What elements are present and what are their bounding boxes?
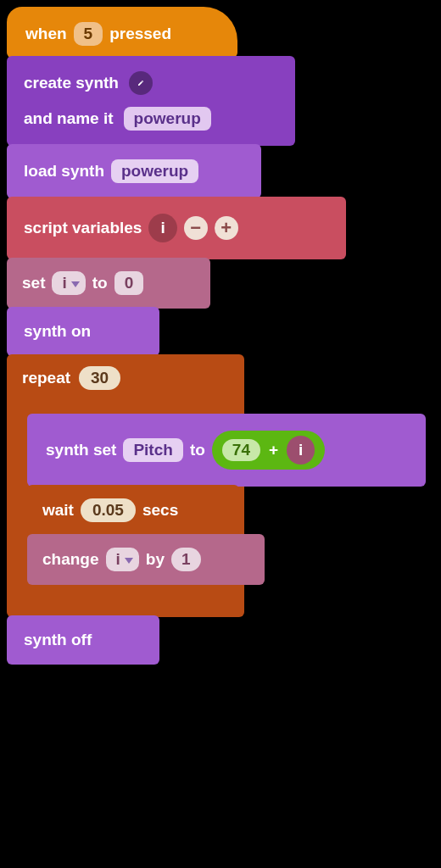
variable-reporter[interactable]: i xyxy=(287,436,315,465)
label: to xyxy=(92,274,108,292)
synth-on-block[interactable]: synth on xyxy=(7,307,159,356)
label: synth on xyxy=(24,322,91,341)
value-input[interactable]: 1 xyxy=(171,548,201,571)
remove-var-button[interactable]: − xyxy=(184,216,208,240)
change-var-block[interactable]: change i by 1 xyxy=(27,534,265,585)
variable-chip[interactable]: i xyxy=(148,214,176,242)
plus-operator[interactable]: 74 + i xyxy=(212,431,326,470)
add-var-button[interactable]: + xyxy=(215,216,238,240)
var-dropdown[interactable]: i xyxy=(52,271,85,295)
wait-block[interactable]: wait 0.05 secs xyxy=(27,485,239,536)
synth-name-input[interactable]: powerup xyxy=(111,159,198,183)
label: synth off xyxy=(24,631,92,649)
label: by xyxy=(146,550,165,569)
label: repeat xyxy=(22,369,70,387)
repeat-footer xyxy=(7,595,426,617)
label: synth set xyxy=(46,441,116,459)
label: wait xyxy=(42,501,74,520)
label: and name it xyxy=(24,109,114,128)
synth-off-block[interactable]: synth off xyxy=(7,615,159,665)
load-synth-block[interactable]: load synth powerup xyxy=(7,144,261,198)
set-var-block[interactable]: set i to 0 xyxy=(7,258,210,309)
when-key-pressed-hat[interactable]: when 5 pressed xyxy=(7,7,237,58)
synth-name-input[interactable]: powerup xyxy=(124,107,211,131)
label: change xyxy=(42,550,99,569)
count-input[interactable]: 30 xyxy=(79,366,120,390)
label: script variables xyxy=(24,219,142,237)
label: load synth xyxy=(24,162,104,181)
var-dropdown[interactable]: i xyxy=(106,548,139,571)
label: create synth xyxy=(24,74,119,92)
label: pressed xyxy=(109,25,171,43)
script-stack: when 5 pressed create synth and name it … xyxy=(7,7,434,665)
repeat-block[interactable]: repeat 30 synth set Pitch to 74 + i wait… xyxy=(7,354,244,617)
operand-left[interactable]: 74 xyxy=(222,439,260,461)
key-slot[interactable]: 5 xyxy=(74,22,103,46)
label: when xyxy=(25,25,67,43)
value-input[interactable]: 0 xyxy=(114,271,144,295)
script-variables-block[interactable]: script variables i − + xyxy=(7,197,346,259)
param-input[interactable]: Pitch xyxy=(123,438,182,462)
label: secs xyxy=(142,501,178,520)
create-synth-block[interactable]: create synth and name it powerup xyxy=(7,56,295,146)
label: set xyxy=(22,274,45,292)
label: to xyxy=(190,441,205,459)
pencil-icon[interactable] xyxy=(129,71,153,95)
wait-input[interactable]: 0.05 xyxy=(81,498,136,522)
repeat-body: synth set Pitch to 74 + i wait 0.05 secs… xyxy=(27,409,426,588)
synth-set-block[interactable]: synth set Pitch to 74 + i xyxy=(27,414,426,487)
operator-symbol: + xyxy=(269,441,278,459)
